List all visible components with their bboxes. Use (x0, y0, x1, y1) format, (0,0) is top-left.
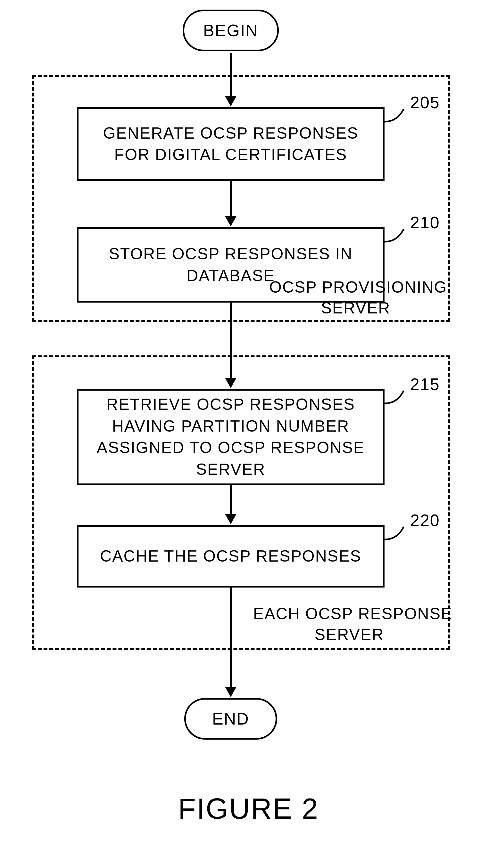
flowchart-canvas: BEGIN GENERATE OCSP RESPONSES FOR DIGITA… (0, 0, 497, 868)
arrow-205-210 (230, 181, 232, 218)
group-label-response: EACH OCSP RESPONSE SERVER (253, 604, 445, 645)
arrow-head-220-end (225, 687, 237, 697)
ref-205: 205 (410, 93, 440, 112)
figure-title: FIGURE 2 (0, 792, 497, 825)
ref-220: 220 (410, 511, 440, 530)
ref-215: 215 (410, 374, 440, 394)
group-label-provisioning: OCSP PROVISIONING SERVER (269, 277, 442, 319)
arrow-head-205-210 (225, 216, 237, 226)
terminator-end: END (184, 698, 277, 740)
step-215: RETRIEVE OCSP RESPONSES HAVING PARTITION… (77, 389, 384, 485)
arrow-220-end (230, 588, 232, 688)
arrow-215-220 (230, 485, 232, 515)
terminator-begin: BEGIN (183, 10, 279, 51)
arrow-head-215-220 (225, 514, 237, 524)
step-205: GENERATE OCSP RESPONSES FOR DIGITAL CERT… (77, 107, 384, 181)
step-220: CACHE THE OCSP RESPONSES (77, 525, 384, 588)
ref-210: 210 (410, 213, 440, 232)
